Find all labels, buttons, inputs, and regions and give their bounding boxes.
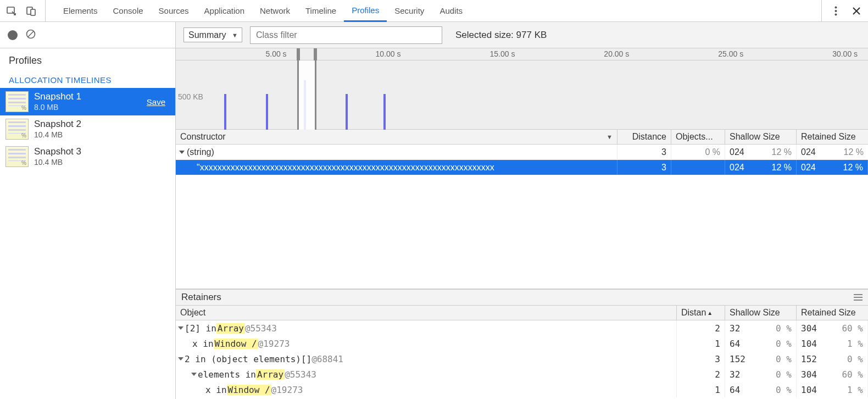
clear-icon[interactable]: [25, 29, 36, 41]
class-filter-input[interactable]: [250, 26, 442, 44]
retainer-row[interactable]: [2] in Array @55343 2 320 % 30460 %: [176, 320, 868, 336]
snapshot-save-link[interactable]: Save: [147, 97, 170, 107]
retainer-row[interactable]: x in Window / @19273 1 640 % 1041 %: [176, 336, 868, 351]
tab-sources[interactable]: Sources: [151, 0, 197, 22]
tab-network[interactable]: Network: [252, 0, 298, 22]
ruler-tick: 30.00 s: [832, 49, 858, 58]
col-distance[interactable]: Distance: [617, 130, 671, 144]
col-object[interactable]: Object: [176, 306, 677, 320]
snapshot-size: 10.4 MB: [34, 158, 81, 167]
ruler-tick: 15.00 s: [489, 49, 515, 58]
retainers-title: Retainers: [181, 292, 221, 303]
sidebar-subheading: ALLOCATION TIMELINES: [0, 70, 175, 88]
retainers-menu-icon[interactable]: [854, 294, 863, 301]
allocation-timeline[interactable]: 5.00 s10.00 s15.00 s20.00 s25.00 s30.00 …: [176, 48, 868, 130]
allocation-bar: [383, 94, 386, 130]
tab-application[interactable]: Application: [197, 0, 252, 22]
svg-rect-2: [31, 9, 35, 15]
snapshot-size: 10.4 MB: [34, 130, 81, 140]
retainer-row[interactable]: 2 in (object elements)[] @68841 3 1520 %…: [176, 351, 868, 367]
col-ret-distance[interactable]: Distan▲: [677, 306, 725, 320]
svg-point-4: [834, 10, 837, 12]
constructor-row[interactable]: (string) 3 0 % 02412 % 02412 %: [176, 145, 868, 160]
device-toggle-icon[interactable]: [25, 5, 37, 17]
snapshot-item[interactable]: Snapshot 3 10.4 MB: [0, 143, 175, 170]
col-retained[interactable]: Retained Size: [797, 130, 868, 144]
view-select[interactable]: Summary: [183, 27, 242, 42]
kebab-menu-icon[interactable]: [830, 5, 842, 17]
allocation-bar: [346, 94, 348, 130]
tab-audits[interactable]: Audits: [432, 0, 470, 22]
snapshot-item[interactable]: Snapshot 2 10.4 MB: [0, 115, 175, 143]
snapshot-size: 8.0 MB: [34, 103, 81, 112]
col-shallow[interactable]: Shallow Size: [725, 130, 797, 144]
snapshot-icon: [5, 91, 29, 112]
record-button[interactable]: [8, 30, 18, 40]
timeline-ylabel: 500 KB: [178, 92, 203, 101]
snapshot-icon: [5, 146, 29, 167]
svg-point-3: [834, 6, 837, 8]
tab-elements[interactable]: Elements: [55, 0, 105, 22]
allocation-bar: [224, 94, 226, 130]
allocation-bar: [266, 94, 268, 130]
tab-timeline[interactable]: Timeline: [298, 0, 344, 22]
col-ret-retained[interactable]: Retained Size: [797, 306, 868, 320]
snapshot-name: Snapshot 2: [34, 119, 81, 130]
inspect-icon[interactable]: [5, 5, 18, 17]
tab-profiles[interactable]: Profiles: [344, 0, 387, 22]
constructor-row[interactable]: "xxxxxxxxxxxxxxxxxxxxxxxxxxxxxxxxxxxxxxx…: [176, 160, 868, 175]
snapshot-icon: [5, 119, 29, 140]
ruler-tick: 10.00 s: [376, 49, 401, 58]
col-constructor[interactable]: Constructor▼: [176, 130, 617, 144]
tab-security[interactable]: Security: [387, 0, 432, 22]
timeline-selection[interactable]: [297, 60, 316, 130]
col-ret-shallow[interactable]: Shallow Size: [725, 306, 797, 320]
snapshot-name: Snapshot 3: [34, 146, 81, 157]
ruler-tick: 5.00 s: [265, 49, 286, 58]
ruler-tick: 20.00 s: [604, 49, 629, 58]
snapshot-item[interactable]: Snapshot 1 8.0 MB Save: [0, 88, 175, 115]
close-icon[interactable]: [850, 5, 863, 17]
tab-console[interactable]: Console: [105, 0, 151, 22]
selected-size-label: Selected size: 977 KB: [455, 30, 547, 41]
snapshot-name: Snapshot 1: [34, 91, 81, 102]
retainer-row[interactable]: elements in Array @55343 2 320 % 30460 %: [176, 367, 868, 382]
svg-point-5: [834, 13, 837, 15]
sidebar-heading: Profiles: [0, 48, 175, 70]
retainer-row[interactable]: x in Window / @19273 1 640 % 1041 %: [176, 382, 868, 397]
col-objects[interactable]: Objects...: [671, 130, 725, 144]
ruler-tick: 25.00 s: [718, 49, 743, 58]
